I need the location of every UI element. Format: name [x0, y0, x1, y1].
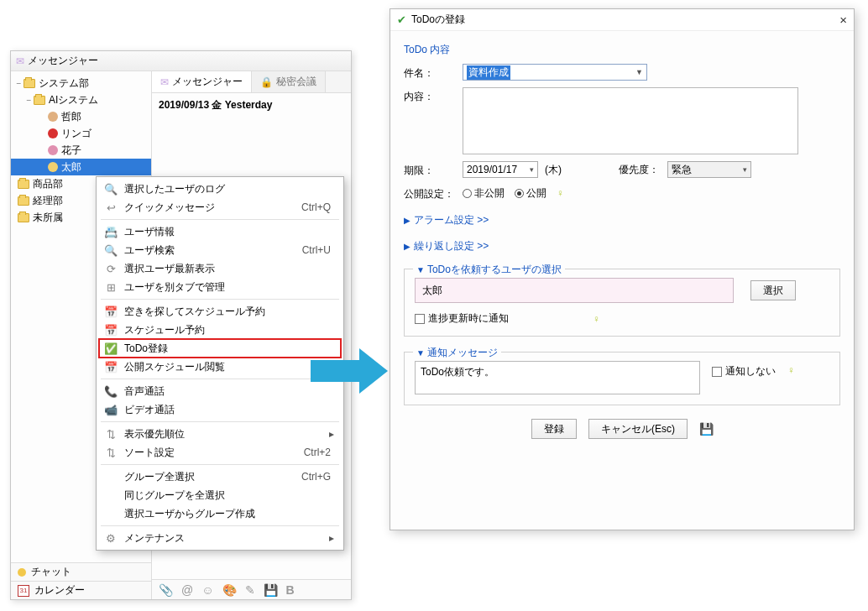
menu-separator — [101, 219, 339, 220]
emoji-icon[interactable]: ☺ — [201, 583, 213, 597]
menu-item[interactable]: 選択ユーザからグループ作成 — [99, 504, 341, 523]
notify-message-textarea[interactable]: ToDo依頼です。 — [415, 361, 700, 394]
menu-item[interactable]: ⇅表示優先順位▸ — [99, 425, 341, 443]
alarm-section-toggle[interactable]: ▶アラーム設定 >> — [404, 213, 840, 227]
sort-icon: ⇅ — [102, 428, 119, 441]
reply-icon: ↩ — [102, 201, 119, 214]
menu-item[interactable]: 📞音声通話 — [99, 382, 341, 400]
menu-item-label: 空きを探してスケジュール予約 — [119, 305, 337, 319]
no-notify-checkbox[interactable]: 通知しない — [712, 364, 776, 379]
menu-item[interactable]: ✅ToDo登録 — [99, 339, 341, 358]
menu-item[interactable]: グループ全選択Ctrl+G — [99, 467, 341, 486]
menu-item-label: ビデオ通話 — [119, 403, 337, 417]
video-icon: 📹 — [102, 404, 119, 416]
dialog-titlebar: ✔ ToDoの登録 × — [390, 9, 854, 31]
chevron-down-icon: ▾ — [743, 165, 747, 174]
assigned-user-box[interactable]: 太郎 — [415, 278, 734, 303]
menu-item[interactable]: 🔍選択したユーザのログ — [99, 180, 341, 198]
bottom-tab-chat[interactable]: チャット — [11, 562, 151, 581]
phone-icon: 📞 — [102, 385, 119, 398]
menu-item-label: ユーザ情報 — [119, 225, 337, 239]
save-draft-icon[interactable]: 💾 — [264, 583, 278, 597]
bottom-tab-calendar[interactable]: 31カレンダー — [11, 581, 151, 599]
triangle-right-icon: ▶ — [404, 242, 410, 251]
tab-messenger[interactable]: ✉メッセンジャー — [152, 71, 252, 92]
menu-item[interactable]: 📅スケジュール予約 — [99, 321, 341, 339]
tree-user[interactable]: 哲郎 — [11, 108, 151, 125]
cancel-button[interactable]: キャンセル(Esc) — [588, 419, 688, 439]
tree-user[interactable]: 花子 — [11, 142, 151, 159]
menu-item[interactable]: 🔍ユーザ検索Ctrl+U — [99, 241, 341, 259]
edit-icon[interactable]: ✎ — [245, 583, 255, 597]
search-icon: 🔍 — [102, 183, 119, 196]
subject-value: 資料作成 — [467, 65, 510, 80]
menu-item-label: スケジュール予約 — [119, 323, 337, 337]
at-icon[interactable]: @ — [181, 583, 193, 597]
chevron-down-icon: ▾ — [530, 165, 534, 174]
tree-root[interactable]: −システム部 — [11, 75, 151, 91]
triangle-down-icon: ▼ — [416, 265, 425, 274]
menu-item[interactable]: 📇ユーザ情報 — [99, 222, 341, 241]
menu-item-label: 選択ユーザからグループ作成 — [119, 507, 337, 521]
menu-item-label: ToDo登録 — [119, 342, 337, 356]
menu-shortcut: Ctrl+2 — [304, 446, 337, 458]
arrow-graphic — [311, 348, 386, 394]
menu-item[interactable]: ⚙メンテナンス▸ — [99, 529, 341, 547]
sort-icon: ⇅ — [102, 446, 119, 459]
tab-secret[interactable]: 🔒秘密会議 — [252, 71, 326, 92]
menu-item[interactable]: 同じグループを全選択 — [99, 486, 341, 504]
sched-icon: 📅 — [102, 361, 119, 373]
assign-user-fieldset: ▼ToDoを依頼するユーザの選択 太郎 選択 進捗更新時に通知 ♀ — [404, 269, 840, 337]
gear-icon: ⚙ — [102, 532, 119, 545]
deadline-label: 期限： — [404, 161, 463, 178]
attach-icon[interactable]: 📎 — [159, 583, 173, 597]
menu-item-label: 選択ユーザ最新表示 — [119, 262, 337, 276]
check-icon: ✅ — [102, 342, 119, 355]
body-textarea[interactable] — [463, 87, 798, 154]
menu-item[interactable]: ⟳選択ユーザ最新表示 — [99, 259, 341, 278]
close-icon[interactable]: × — [839, 13, 847, 27]
dialog-title: ToDoの登録 — [411, 13, 465, 27]
palette-icon[interactable]: 🎨 — [222, 583, 237, 597]
card-icon: 📇 — [102, 226, 119, 238]
menu-item-label: 表示優先順位 — [119, 427, 329, 441]
save-icon[interactable]: 💾 — [699, 422, 713, 436]
menu-separator — [101, 464, 339, 465]
bulb-icon: ♀ — [593, 313, 600, 325]
register-button[interactable]: 登録 — [531, 419, 577, 439]
search-icon: 🔍 — [102, 244, 119, 257]
subject-combobox[interactable]: 資料作成 ▼ — [463, 64, 647, 81]
menu-item[interactable]: ⇅ソート設定Ctrl+2 — [99, 443, 341, 462]
select-user-button[interactable]: 選択 — [750, 280, 796, 300]
notify-progress-checkbox[interactable]: 進捗更新時に通知 — [415, 311, 509, 326]
menu-item-label: ユーザ検索 — [119, 243, 302, 258]
tree-user[interactable]: リンゴ — [11, 125, 151, 142]
user-avatar-icon — [48, 128, 58, 138]
deadline-input[interactable]: 2019/01/17▾ — [463, 161, 538, 178]
menu-item[interactable]: 📅公開スケジュール閲覧 — [99, 358, 341, 376]
menu-item-label: 音声通話 — [119, 384, 337, 399]
menu-item[interactable]: ⊞ユーザを別タブで管理 — [99, 278, 341, 296]
tree-user-selected[interactable]: 太郎 — [11, 159, 151, 175]
menu-item-label: 同じグループを全選択 — [119, 488, 337, 503]
user-avatar-icon — [48, 162, 58, 172]
menu-separator — [101, 525, 339, 526]
repeat-section-toggle[interactable]: ▶繰り返し設定 >> — [404, 239, 840, 253]
menu-item-label: ユーザを別タブで管理 — [119, 280, 337, 295]
menu-separator — [101, 421, 339, 422]
bold-icon[interactable]: B — [286, 583, 295, 597]
menu-separator — [101, 379, 339, 379]
priority-select[interactable]: 緊急▾ — [667, 161, 751, 178]
visibility-public-radio[interactable]: 公開 — [515, 186, 546, 201]
chevron-right-icon: ▸ — [329, 428, 337, 440]
content-toolbar: 📎 @ ☺ 🎨 ✎ 💾 B — [152, 579, 351, 599]
menu-item[interactable]: 📹ビデオ通話 — [99, 400, 341, 419]
bulb-icon: ♀ — [787, 364, 795, 376]
folder-icon — [18, 196, 29, 206]
tree-group-ai[interactable]: −AIシステム — [11, 91, 151, 108]
user-avatar-icon — [48, 145, 58, 155]
menu-item[interactable]: ↩クイックメッセージCtrl+Q — [99, 198, 341, 217]
visibility-private-radio[interactable]: 非公開 — [463, 186, 505, 201]
section-content-title: ToDo 内容 — [404, 43, 840, 57]
menu-item[interactable]: 📅空きを探してスケジュール予約 — [99, 302, 341, 321]
